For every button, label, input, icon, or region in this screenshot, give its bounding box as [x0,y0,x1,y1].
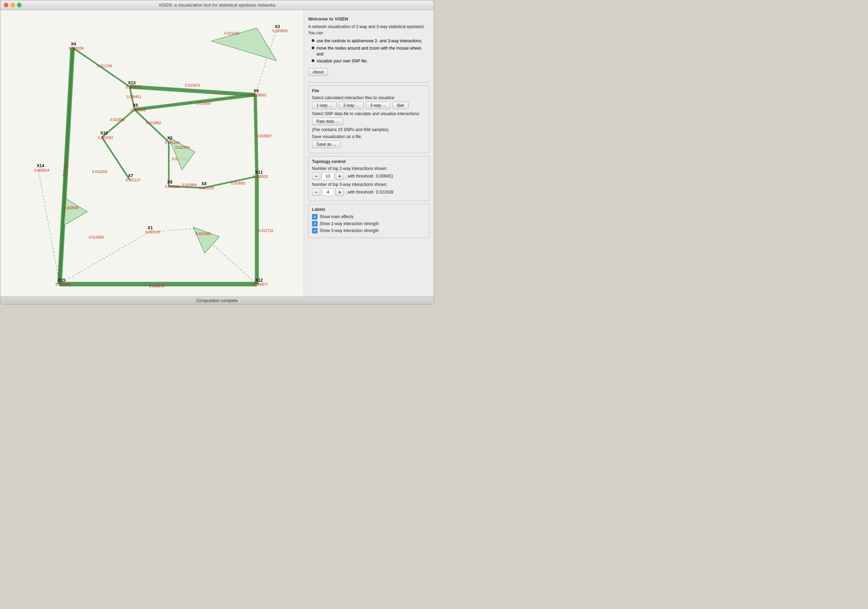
checkbox-3way[interactable]: ✓ [312,228,318,233]
checkbox-main-row[interactable]: ✓ Show main effects [312,214,426,219]
bullet-text-1: use the controls to add/remove 2- and 3-… [316,38,423,44]
bullet-item-2: move the nodes around and zoom with the … [312,45,429,57]
node-x12-label: X12 [255,278,263,283]
node-x9-val: 0.006080 [165,185,180,189]
bullet-dot-2 [312,47,315,49]
checkbox-2way[interactable]: ✓ [312,221,318,227]
dashed-edges [39,30,277,284]
interaction-label: Select calculated interaction files to v… [312,95,426,100]
status-bar: Computation complete [0,297,434,304]
status-text: Computation complete [196,298,238,303]
svg-line-14 [135,95,255,110]
snp-info-pre: (File contains [312,127,338,132]
node-x15-val: 0.003459 [56,283,71,286]
svg-line-8 [60,232,149,284]
edge-label-x5-x6: 0.010697 [197,102,211,106]
node-x4-label: X4 [71,42,76,47]
raw-data-row: Raw data ... [312,118,426,125]
edge-label-x6-x11: 0.010697 [257,134,272,138]
title-bar: ViSEN: a visualization tool for statisti… [0,0,434,10]
checkbox-2way-row[interactable]: ✓ Show 2-way interaction strength [312,221,426,227]
triangle-label-3: 0.022690 [64,206,79,210]
snp-mid: SNPs and [343,127,364,132]
welcome-intro: A network visualization of 2-way and 3-w… [308,23,429,36]
edge-label-x15-x12: 0.018873 [149,284,164,288]
bullet-dot-1 [312,39,315,42]
traffic-lights [4,3,22,7]
edge-label-x8-x11: 0.010081 [231,182,246,185]
twoway-row: − 13 + , with threshold 0.009451 [312,172,426,180]
topology-title: Topology control [312,159,426,164]
divider-1 [308,82,429,82]
btn-1way[interactable]: 1-way ... [312,102,336,109]
node-x8-label: X8 [202,182,206,186]
checkbox-2way-label: Show 2-way interaction strength [319,221,379,226]
twoway-plus[interactable]: + [336,172,344,180]
about-button[interactable]: About [308,68,328,76]
node-x14-val: 0.006914 [34,169,49,172]
checkbox-3way-label: Show 3-way interaction strength [319,228,379,233]
main-content: 0.011671 0.011749 0.013973 0.009451 0.01… [0,10,434,297]
btn-raw-data[interactable]: Raw data ... [312,118,343,125]
node-x6-val: 0.008563 [251,93,266,97]
node-x7-label: X7 [128,173,133,178]
twoway-threshold-label: , with threshold [345,174,374,179]
edge-label-x4-x13: 0.011749 [97,64,112,68]
window-title: ViSEN: a visualization tool for statisti… [158,2,275,8]
edge-label-x7-x10: 0.013253 [92,170,107,174]
node-x1-label: X1 [148,225,153,230]
file-section: File Select calculated interaction files… [308,85,429,153]
btn-3way[interactable]: 3-way ... [366,102,390,109]
checkbox-3way-check: ✓ [313,228,316,233]
close-button[interactable] [4,3,8,7]
triangle-label-1: 0.021639 [224,31,239,36]
file-title: File [312,89,426,93]
node-x3-label: X3 [275,24,280,29]
node-x10-val: 0.001583 [98,136,113,140]
svg-marker-27 [211,28,276,61]
snp-label: Select SNP data file to calculate and vi… [312,111,426,116]
network-svg[interactable]: 0.011671 0.011749 0.013973 0.009451 0.01… [0,10,304,297]
node-x4-val: 0.000106 [69,47,84,50]
snp-info: (File contains 15 SNPs and 658 samples) [312,127,426,132]
sample-count: 658 [364,127,370,132]
node-x5-label: X5 [133,103,138,108]
node-x13-val: 0.003729 [126,85,141,89]
bullet-list: use the controls to add/remove 2- and 3-… [312,38,429,65]
svg-marker-29 [64,199,87,225]
threeway-label: Number of top 3-way interactions shown: [312,182,426,187]
threeway-minus[interactable]: − [312,188,320,196]
thin-edges [60,48,257,284]
main-window: ViSEN: a visualization tool for statisti… [0,0,434,304]
canvas-area[interactable]: 0.011671 0.011749 0.013973 0.009451 0.01… [0,10,304,297]
edge-label-x15-x4: 0.013650 [89,236,104,239]
file-buttons-row: 1-way ... 2-way ... 3-way ... Go! [312,102,426,109]
save-row: Save as ... [312,140,426,148]
labels-section: Labels ✓ Show main effects ✓ Show 2-way … [308,204,429,238]
checkbox-main[interactable]: ✓ [312,214,318,219]
edge-label-x5-x10: 0.010092 [110,118,125,122]
svg-marker-30 [194,227,219,253]
btn-save-as[interactable]: Save as ... [312,140,341,148]
triangle-label-2: 0.022891 [175,146,190,149]
threeway-plus[interactable]: + [336,188,344,196]
node-x11-label: X11 [255,170,263,175]
node-x1-val: 0.001118 [145,230,160,234]
twoway-minus[interactable]: − [312,172,320,180]
node-x5-val: 0.000268 [131,108,146,112]
checkbox-3way-row[interactable]: ✓ Show 3-way interaction strength [312,228,426,233]
twoway-value: 13 [322,172,334,180]
svg-line-13 [130,87,255,95]
node-x10-label: X10 [100,131,108,135]
maximize-button[interactable] [17,3,22,7]
btn-go[interactable]: Go! [392,102,409,109]
checkbox-main-check: ✓ [313,215,316,219]
node-x11-val: 0.008320 [253,175,268,179]
topology-section: Topology control Number of top 2-way int… [308,156,429,201]
btn-2way[interactable]: 2-way ... [339,102,363,109]
triangle-label-4: 0.024160 [195,232,211,236]
node-x2-val: 0.001144 [165,141,180,144]
threeway-threshold-label: , with threshold [345,190,374,194]
save-label: Save visualization as a file: [312,134,426,139]
minimize-button[interactable] [11,3,15,7]
